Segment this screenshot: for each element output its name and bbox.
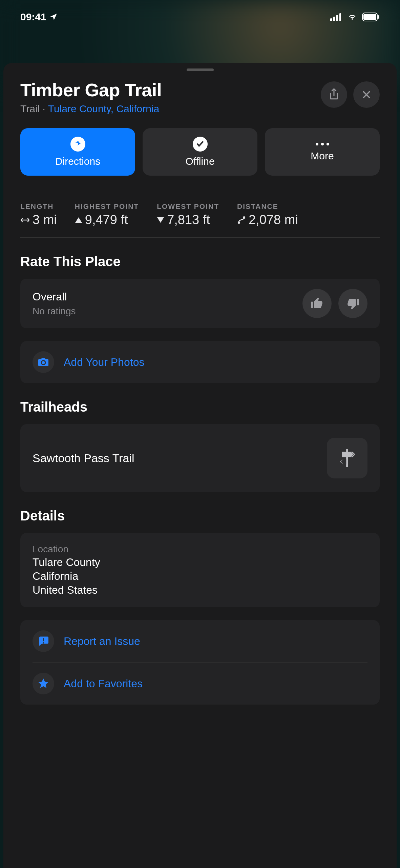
svg-rect-5 bbox=[363, 14, 376, 20]
svg-rect-2 bbox=[336, 15, 338, 21]
separator-dot: · bbox=[43, 103, 48, 114]
section-details-title: Details bbox=[20, 508, 380, 524]
svg-rect-3 bbox=[339, 13, 341, 21]
place-title: Timber Gap Trail bbox=[20, 79, 162, 100]
svg-rect-1 bbox=[333, 17, 335, 21]
report-issue-label: Report an Issue bbox=[64, 635, 140, 648]
place-location-link[interactable]: Tulare County, California bbox=[48, 103, 159, 114]
thumbs-down-button[interactable] bbox=[338, 289, 367, 318]
star-icon bbox=[37, 677, 49, 690]
section-trailheads-title: Trailheads bbox=[20, 399, 380, 415]
triangle-up-icon bbox=[75, 217, 82, 223]
route-icon bbox=[237, 216, 246, 224]
ellipsis-icon bbox=[315, 142, 330, 146]
directions-label: Directions bbox=[55, 156, 100, 167]
add-photos-button[interactable]: Add Your Photos bbox=[20, 341, 380, 383]
details-location-line: United States bbox=[33, 584, 367, 596]
status-bar: 09:41 bbox=[0, 0, 400, 34]
thumbs-down-icon bbox=[346, 296, 360, 311]
stat-value: 3 mi bbox=[33, 213, 57, 227]
stat-value: 9,479 ft bbox=[85, 213, 128, 227]
stat-distance: DISTANCE 2,078 mi bbox=[228, 202, 307, 227]
add-favorites-label: Add to Favorites bbox=[64, 677, 143, 690]
directions-arrow-icon bbox=[74, 140, 82, 148]
rate-no-ratings: No ratings bbox=[33, 306, 76, 317]
close-button[interactable] bbox=[353, 81, 380, 108]
details-location-label: Location bbox=[33, 544, 367, 555]
svg-point-9 bbox=[327, 143, 329, 145]
triangle-down-icon bbox=[157, 217, 164, 223]
stats-row: LENGTH 3 mi HIGHEST POINT 9,479 ft LOWES… bbox=[20, 192, 380, 238]
stat-label: LENGTH bbox=[20, 202, 57, 211]
stat-lowest-point: LOWEST POINT 7,813 ft bbox=[148, 202, 228, 227]
report-issue-icon bbox=[37, 635, 49, 647]
svg-rect-0 bbox=[330, 18, 332, 21]
details-location-line: Tulare County bbox=[33, 556, 367, 569]
stat-length: LENGTH 3 mi bbox=[20, 202, 66, 227]
camera-icon bbox=[37, 357, 49, 367]
add-favorites-button[interactable]: Add to Favorites bbox=[20, 663, 380, 705]
trailhead-item[interactable]: Sawtooth Pass Trail bbox=[20, 424, 380, 492]
section-rate-title: Rate This Place bbox=[20, 254, 380, 269]
details-location-panel: Location Tulare County California United… bbox=[20, 533, 380, 607]
offline-label: Offline bbox=[185, 156, 214, 167]
share-icon bbox=[328, 88, 340, 101]
signpost-icon bbox=[336, 447, 358, 469]
svg-rect-6 bbox=[378, 15, 379, 19]
svg-point-7 bbox=[316, 143, 318, 145]
battery-icon bbox=[362, 13, 380, 21]
close-icon bbox=[361, 90, 372, 100]
share-button[interactable] bbox=[321, 81, 347, 108]
checkmark-icon bbox=[196, 140, 205, 149]
offline-button[interactable]: Offline bbox=[143, 128, 257, 176]
stat-highest-point: HIGHEST POINT 9,479 ft bbox=[66, 202, 148, 227]
place-category: Trail bbox=[20, 103, 40, 114]
wifi-icon bbox=[346, 13, 358, 21]
place-card: Timber Gap Trail Trail · Tulare County, … bbox=[3, 63, 397, 868]
trailhead-action-button[interactable] bbox=[327, 438, 367, 478]
status-time: 09:41 bbox=[20, 11, 46, 23]
rate-overall-row: Overall No ratings bbox=[20, 279, 380, 328]
rate-overall-label: Overall bbox=[33, 291, 76, 303]
stat-label: DISTANCE bbox=[237, 202, 298, 211]
add-photos-label: Add Your Photos bbox=[64, 356, 144, 369]
stat-value: 7,813 ft bbox=[167, 213, 210, 227]
trailhead-name: Sawtooth Pass Trail bbox=[33, 452, 134, 465]
details-location-line: California bbox=[33, 570, 367, 583]
more-label: More bbox=[311, 150, 334, 162]
svg-point-8 bbox=[321, 143, 324, 145]
more-button[interactable]: More bbox=[265, 128, 380, 176]
cellular-icon bbox=[330, 13, 342, 21]
stat-label: HIGHEST POINT bbox=[75, 202, 139, 211]
directions-button[interactable]: Directions bbox=[20, 128, 135, 176]
horizontal-arrows-icon bbox=[20, 217, 30, 223]
stat-value: 2,078 mi bbox=[249, 213, 298, 227]
stat-label: LOWEST POINT bbox=[157, 202, 219, 211]
location-arrow-icon bbox=[49, 13, 58, 21]
thumbs-up-icon bbox=[310, 296, 324, 311]
sheet-grabber[interactable] bbox=[187, 68, 214, 71]
thumbs-up-button[interactable] bbox=[302, 289, 332, 318]
report-issue-button[interactable]: Report an Issue bbox=[20, 620, 380, 662]
